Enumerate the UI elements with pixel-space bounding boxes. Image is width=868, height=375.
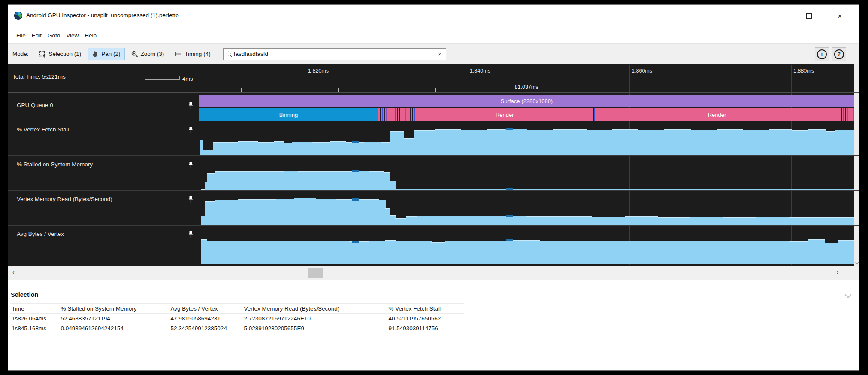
- help-button[interactable]: ?: [832, 47, 846, 61]
- timing-mode-icon: [175, 51, 182, 57]
- gpu-slice-binning[interactable]: Binning: [199, 108, 378, 121]
- table-row[interactable]: 1s845.168ms0.04939461269424215452.342549…: [10, 323, 464, 333]
- selected-sample-marker: [506, 239, 513, 241]
- gpu-surface-slice[interactable]: Surface (2280x1080): [199, 95, 854, 107]
- chart-area-step: [406, 216, 418, 225]
- mode-button-zoom[interactable]: Zoom (3): [127, 48, 169, 60]
- ruler-tick: [209, 88, 209, 92]
- scale-bracket-icon: [145, 76, 180, 81]
- table-cell: [10, 333, 59, 343]
- chart-area-step: [284, 171, 299, 190]
- menu-item-help[interactable]: Help: [82, 31, 100, 40]
- window-controls: ×: [768, 5, 850, 27]
- vertical-scrollbar[interactable]: [854, 64, 859, 266]
- pin-icon[interactable]: [188, 196, 193, 205]
- chart-area-step: [487, 216, 509, 225]
- pin-icon[interactable]: [188, 161, 193, 170]
- maximize-button[interactable]: [799, 5, 819, 27]
- ruler-tick: [726, 88, 726, 92]
- selection-table: Time% Stalled on System MemoryAvg Bytes …: [10, 303, 464, 371]
- menu-item-view[interactable]: View: [63, 31, 82, 40]
- chart-area-step: [354, 171, 369, 190]
- pin-icon[interactable]: [188, 102, 193, 111]
- table-header-row: Time% Stalled on System MemoryAvg Bytes …: [10, 304, 464, 314]
- chart-area-step: [336, 199, 354, 225]
- chart-area-step: [792, 130, 809, 155]
- chart-area-step: [390, 131, 404, 155]
- search-clear-icon[interactable]: ×: [436, 51, 443, 57]
- chart-area-step: [298, 171, 330, 190]
- timeline-plot-area[interactable]: 1,820ms1,840ms1,860ms1,880ms81.037msSurf…: [199, 64, 854, 266]
- horizontal-scrollbar[interactable]: ‹ ›: [8, 266, 859, 280]
- chart-area-step: [369, 199, 379, 225]
- collapse-panel-icon[interactable]: [845, 291, 852, 298]
- scroll-right-icon[interactable]: ›: [836, 269, 838, 276]
- chart-area-step: [487, 129, 505, 155]
- title-bar: Android GPU Inspector - unsplit_uncompre…: [8, 5, 859, 27]
- track-label-3: Vertex Memory Read (Bytes/Second): [17, 196, 112, 202]
- mode-button-pan[interactable]: Pan (2): [88, 48, 124, 60]
- chart-area-step: [201, 189, 206, 190]
- table-cell: [169, 343, 242, 353]
- table-row-empty[interactable]: [10, 343, 464, 353]
- chart-area-step: [638, 241, 671, 264]
- table-row-empty[interactable]: [10, 363, 464, 371]
- minimize-button[interactable]: [768, 5, 788, 27]
- close-button[interactable]: ×: [830, 5, 850, 27]
- chart-area-step: [638, 130, 665, 155]
- scroll-left-icon[interactable]: ‹: [12, 269, 15, 276]
- search-input[interactable]: [232, 51, 436, 57]
- chart-area-step: [723, 217, 756, 225]
- chart-area-step: [200, 140, 203, 155]
- chart-area-step: [431, 242, 445, 264]
- mode-button-timing[interactable]: Timing (4): [170, 48, 215, 60]
- table-row[interactable]: 1s826.064ms52.463835712119447.9815058694…: [10, 314, 464, 323]
- chart-area-step: [826, 131, 835, 155]
- ruler-tick: [823, 88, 823, 92]
- window-title: Android GPU Inspector - unsplit_uncompre…: [26, 12, 179, 18]
- info-icon: i: [817, 49, 827, 59]
- chart-area-step: [461, 130, 487, 155]
- chart-area-step: [789, 241, 808, 264]
- table-row-empty[interactable]: [10, 333, 464, 343]
- gpu-slice-fragments[interactable]: [839, 108, 854, 121]
- gpu-slice-render[interactable]: Render: [595, 108, 839, 121]
- table-cell: 91.5493039114756: [387, 323, 464, 333]
- chart-area-step: [717, 129, 743, 155]
- table-cell: [10, 363, 59, 371]
- menu-item-edit[interactable]: Edit: [29, 31, 45, 40]
- mode-button-selection[interactable]: Selection (1): [35, 48, 86, 60]
- search-input-box[interactable]: ×: [223, 48, 446, 60]
- chart-area-step: [258, 241, 284, 264]
- maximize-icon: [806, 13, 812, 19]
- menu-item-goto[interactable]: Goto: [45, 31, 63, 40]
- chart-area-step: [203, 150, 213, 155]
- pin-icon[interactable]: [188, 231, 193, 240]
- info-button[interactable]: i: [815, 47, 829, 61]
- pin-icon[interactable]: [188, 126, 193, 135]
- gpu-slice-fragments[interactable]: [378, 108, 416, 121]
- ruler-time-label: 1,860ms: [632, 68, 652, 74]
- table-cell: [387, 333, 464, 343]
- ruler-tick: [597, 88, 597, 92]
- chart-area-step: [390, 181, 396, 190]
- chart-area-step: [789, 217, 815, 225]
- menu-item-file[interactable]: File: [13, 31, 29, 40]
- chart-area-step: [395, 218, 407, 225]
- table-cell: [59, 353, 169, 363]
- chart-area-step: [664, 129, 691, 155]
- gpu-slice-render[interactable]: Render: [416, 108, 593, 121]
- table-cell: [387, 343, 464, 353]
- scrollbar-thumb[interactable]: [308, 268, 323, 278]
- row-separator: [8, 225, 859, 226]
- chart-area-step: [395, 241, 432, 264]
- chart-area-step: [592, 217, 625, 225]
- ruler-tick: [662, 88, 662, 92]
- timeline-panel[interactable]: Total Time: 5s121ms 4ms GPU Queue 0% Ver…: [8, 64, 859, 266]
- table-cell: 52.4638357121194: [59, 314, 169, 323]
- chart-area-step: [215, 171, 239, 190]
- table-row-empty[interactable]: [10, 353, 464, 363]
- chart-area-step: [215, 200, 239, 225]
- chart-area-step: [294, 198, 316, 225]
- table-cell: [59, 343, 169, 353]
